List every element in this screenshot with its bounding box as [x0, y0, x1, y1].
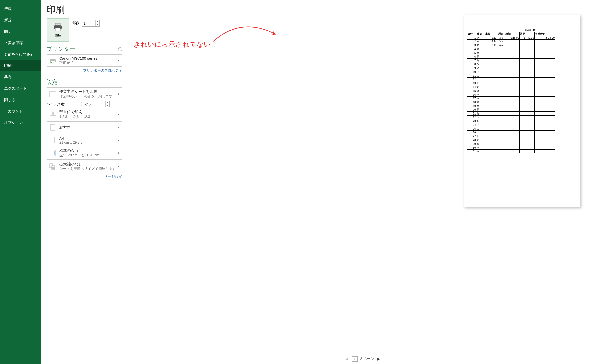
table-row: 10木: [467, 70, 555, 74]
table-row: 9水: [467, 66, 555, 70]
page-range-label: ページ指定:: [47, 102, 65, 106]
sidebar-item-3[interactable]: 上書き保存: [0, 37, 41, 49]
table-row: 19土: [467, 104, 555, 108]
margins-selector[interactable]: 標準の余白 左: 1.78 cm 右: 1.78 cm ▼: [47, 147, 122, 160]
print-button-label: 印刷: [54, 34, 61, 38]
sidebar-item-0[interactable]: 情報: [0, 3, 41, 14]
chevron-down-icon: ▼: [117, 93, 120, 95]
table-row: 7月: [467, 59, 555, 62]
table-row: 5土: [467, 51, 555, 55]
preview-table: 給与計算日付曜日出勤退勤出勤退勤実働時間1火9:12###9:15:0017:3…: [467, 28, 555, 153]
chevron-down-icon: ▼: [117, 59, 120, 62]
table-row: 23水: [467, 119, 555, 123]
spinner-up-icon[interactable]: ▲: [79, 101, 83, 104]
table-row: 4金: [467, 47, 555, 51]
page-from-input[interactable]: [67, 101, 79, 107]
sidebar-item-4[interactable]: 名前を付けて保存: [0, 49, 41, 60]
table-row: 18金: [467, 100, 555, 104]
table-row: 14月: [467, 85, 555, 89]
spinner-up-icon[interactable]: ▲: [96, 20, 99, 23]
chevron-down-icon: ▼: [117, 165, 120, 168]
table-row: 30水: [467, 146, 555, 150]
spinner-down-icon[interactable]: ▼: [96, 23, 99, 26]
svg-rect-13: [53, 112, 56, 116]
page-total-label: 2 ページ: [360, 357, 374, 361]
page-to-spinner[interactable]: ▲▼: [93, 101, 110, 107]
page-icon: [49, 136, 57, 144]
chevron-down-icon: ▼: [117, 152, 120, 154]
table-row: 24木: [467, 123, 555, 127]
svg-rect-18: [51, 137, 55, 143]
page-to-input[interactable]: [93, 101, 105, 107]
table-row: 12土: [467, 78, 555, 81]
scaling-icon: 100: [49, 163, 57, 171]
sidebar-item-7[interactable]: エクスポート: [0, 83, 41, 94]
table-row: 1火9:12###9:15:0017:30:008:15:00: [467, 36, 555, 40]
spinner-down-icon[interactable]: ▼: [106, 104, 109, 107]
prev-page-arrow-icon[interactable]: ◀: [344, 356, 349, 362]
svg-rect-14: [51, 124, 55, 130]
table-row: 21月: [467, 112, 555, 116]
print-button[interactable]: 印刷: [47, 18, 69, 42]
table-row: 3木9:13###: [467, 43, 555, 47]
print-settings-panel: 印刷 印刷 部数:: [41, 0, 127, 364]
svg-point-3: [60, 26, 61, 27]
sheet-grid-icon: [49, 90, 57, 98]
printer-section-title: プリンター i: [47, 45, 122, 53]
printer-name: Canon MG7100 series: [59, 56, 120, 60]
margins-icon: [49, 149, 57, 157]
table-row: 6日: [467, 55, 555, 59]
page-title: 印刷: [47, 0, 122, 18]
annotation-text: きれいに表示されてない！: [133, 40, 218, 49]
table-row: 11金: [467, 74, 555, 78]
sidebar-item-5[interactable]: 印刷: [0, 60, 41, 71]
printer-properties-link[interactable]: プリンターのプロパティ: [47, 67, 122, 75]
printer-icon: [53, 22, 63, 32]
spinner-up-icon[interactable]: ▲: [106, 101, 109, 104]
table-row: 25金: [467, 127, 555, 131]
svg-marker-24: [272, 31, 276, 35]
sidebar-item-10[interactable]: オプション: [0, 117, 41, 128]
table-row: 17木: [467, 97, 555, 100]
next-page-arrow-icon[interactable]: ▶: [376, 356, 381, 362]
svg-text:100: 100: [52, 167, 56, 169]
page-from-spinner[interactable]: ▲▼: [67, 101, 83, 107]
table-row: 29火: [467, 142, 555, 146]
svg-rect-12: [50, 112, 52, 116]
table-row: 15火: [467, 89, 555, 93]
table-row: 20日: [467, 108, 555, 112]
collate-selector[interactable]: 部単位で印刷 1,2,3 1,2,3 1,2,3 ▼: [47, 108, 122, 121]
svg-rect-2: [55, 28, 60, 31]
printer-selector[interactable]: Canon MG7100 series 準備完了 ▼: [47, 54, 122, 67]
sidebar-item-9[interactable]: アカウント: [0, 105, 41, 117]
sidebar-item-1[interactable]: 新規: [0, 14, 41, 26]
printer-status: 準備完了: [59, 60, 120, 65]
table-row: 28月: [467, 138, 555, 142]
copies-spinner[interactable]: ▲ ▼: [82, 20, 100, 27]
collate-icon: [49, 110, 57, 119]
orientation-selector[interactable]: 縦方向 ▼: [47, 121, 122, 133]
copies-label: 部数:: [72, 21, 80, 26]
svg-rect-7: [50, 91, 56, 97]
page-setup-link[interactable]: ページ設定: [47, 173, 122, 181]
print-what-selector[interactable]: 作業中のシートを印刷 作業中のシートのみを印刷します ▼: [47, 87, 122, 100]
sidebar-item-2[interactable]: 開く: [0, 26, 41, 37]
spinner-down-icon[interactable]: ▼: [79, 104, 83, 107]
preview-pager: ◀ 2 ページ ▶: [127, 354, 598, 364]
sidebar-item-8[interactable]: 閉じる: [0, 94, 41, 105]
preview-sheet: 給与計算日付曜日出勤退勤出勤退勤実働時間1火9:12###9:15:0017:3…: [464, 15, 580, 207]
current-page-input[interactable]: [352, 356, 358, 362]
table-row: 2水9:24###: [467, 40, 555, 43]
table-row: 27日: [467, 134, 555, 138]
copies-input[interactable]: [82, 20, 95, 26]
printer-device-icon: [49, 57, 57, 65]
paper-size-selector[interactable]: A4 21 cm x 29.7 cm ▼: [47, 134, 122, 146]
chevron-down-icon: ▼: [117, 139, 120, 142]
sidebar-item-6[interactable]: 共有: [0, 71, 41, 83]
scaling-selector[interactable]: 100 拡大縮小なし シートを実際のサイズで印刷します ▼: [47, 160, 122, 173]
svg-rect-0: [55, 23, 60, 25]
chevron-down-icon: ▼: [117, 126, 120, 129]
info-icon[interactable]: i: [118, 47, 122, 51]
page-range-kara: から: [85, 102, 91, 106]
settings-section-title: 設定: [47, 78, 122, 86]
